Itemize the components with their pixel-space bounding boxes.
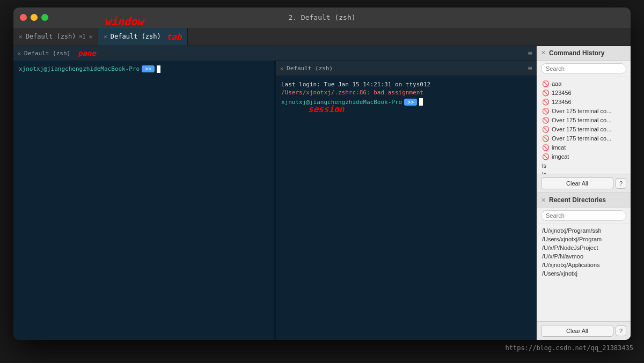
tab-2-label: Default (zsh) bbox=[111, 33, 161, 40]
left-prompt-arrow: >> bbox=[142, 65, 155, 72]
ban-icon: 🚫 bbox=[542, 153, 550, 160]
left-prompt: xjnotxj@jiangchengzhideMacBook-Pro >> bbox=[19, 65, 269, 73]
ban-icon: 🚫 bbox=[542, 90, 550, 97]
history-item-text: Over 175 terminal co... bbox=[552, 108, 611, 114]
tab-1[interactable]: ✕ Default (zsh) ⌘1 ✕ bbox=[13, 27, 98, 46]
history-list: 🚫 aaa 🚫 123456 🚫 123456 🚫 bbox=[537, 77, 631, 174]
session-annotation: session bbox=[308, 104, 344, 114]
window-title: 2. Default (zsh) bbox=[288, 13, 355, 21]
history-item-text: aaa bbox=[552, 80, 561, 87]
dir-item-3[interactable]: /U/x/P/N/avmoo bbox=[537, 252, 631, 261]
recent-dirs-clear-button[interactable]: Clear All bbox=[541, 325, 613, 337]
maximize-button[interactable] bbox=[41, 14, 48, 21]
tab-1-close[interactable]: ✕ bbox=[89, 33, 93, 40]
window-controls bbox=[20, 14, 48, 21]
tab-2[interactable]: ✕ Default (zsh) tab bbox=[98, 27, 187, 46]
error-line: /Users/xjnotxj/.zshrc:86: bad assignment bbox=[281, 89, 531, 96]
history-item-2[interactable]: 🚫 123456 bbox=[537, 98, 631, 107]
pane-tab-bar: ✕ Default (zsh) pane ≡ bbox=[13, 46, 537, 61]
right-pane-content: Last login: Tue Jan 15 14:21:31 on ttys0… bbox=[281, 80, 531, 106]
right-pane-close[interactable]: ✕ bbox=[280, 65, 283, 71]
dir-item-text: /Users/xjnotxj bbox=[542, 270, 577, 277]
history-help-button[interactable]: ? bbox=[616, 178, 626, 189]
pane-annotation: pane bbox=[78, 49, 96, 57]
dir-item-text: /U/x/P/NodeJsProject bbox=[542, 245, 598, 251]
ban-icon: 🚫 bbox=[542, 80, 550, 87]
terminal-section: ✕ Default (zsh) pane ≡ xjnotxj@jiangchen… bbox=[13, 46, 537, 340]
dir-item-text: /U/x/P/N/avmoo bbox=[542, 253, 583, 260]
ban-icon: 🚫 bbox=[542, 126, 550, 133]
recent-dirs-title: Recent Directories bbox=[549, 196, 626, 204]
ban-icon: 🚫 bbox=[542, 117, 550, 124]
tab-1-label: Default (zsh) bbox=[26, 33, 76, 40]
history-item-ls1[interactable]: ls bbox=[537, 161, 631, 170]
recent-dirs-close-icon[interactable]: ✕ bbox=[541, 197, 546, 204]
dir-item-5[interactable]: /Users/xjnotxj bbox=[537, 269, 631, 278]
tab-close-icon[interactable]: ✕ bbox=[19, 33, 23, 40]
ban-icon: 🚫 bbox=[542, 99, 550, 106]
history-item-text: 123456 bbox=[552, 99, 572, 105]
left-prompt-user: xjnotxj@jiangchengzhideMacBook-Pro bbox=[19, 65, 140, 72]
history-item-1[interactable]: 🚫 123456 bbox=[537, 88, 631, 98]
history-item-text: imcat bbox=[552, 144, 566, 151]
history-item-text: imgcat bbox=[552, 153, 569, 160]
right-pane[interactable]: ✕ Default (zsh) ≡ Last login: Tue Jan 15… bbox=[276, 61, 537, 340]
dir-item-text: /Users/xjnotxj/Program bbox=[542, 236, 602, 242]
recent-directories-section: ✕ Recent Directories /U/xjnotxj/Program/… bbox=[537, 193, 631, 340]
history-footer: Clear All ? bbox=[537, 174, 631, 192]
right-pane-tab-bar: ✕ Default (zsh) ≡ bbox=[276, 61, 537, 76]
dir-item-4[interactable]: /U/xjnotxj/Applications bbox=[537, 261, 631, 269]
history-item-4[interactable]: 🚫 Over 175 terminal co... bbox=[537, 116, 631, 125]
history-item-6[interactable]: 🚫 Over 175 terminal co... bbox=[537, 134, 631, 143]
history-item-text: ls bbox=[542, 162, 546, 169]
history-item-5[interactable]: 🚫 Over 175 terminal co... bbox=[537, 125, 631, 134]
history-item-text: Over 175 terminal co... bbox=[552, 117, 611, 123]
dir-item-text: /U/xjnotxj/Program/ssh bbox=[542, 227, 602, 234]
pane-close-icon[interactable]: ✕ bbox=[18, 50, 21, 56]
dir-item-text: /U/xjnotxj/Applications bbox=[542, 262, 600, 268]
pane-menu-icon[interactable]: ≡ bbox=[528, 49, 532, 57]
history-item-3[interactable]: 🚫 Over 175 terminal co... bbox=[537, 107, 631, 116]
history-search-input[interactable] bbox=[541, 63, 626, 74]
recent-dirs-search-container bbox=[537, 208, 631, 224]
history-item-imgcat[interactable]: 🚫 imgcat bbox=[537, 152, 631, 161]
main-area: ✕ Default (zsh) pane ≡ xjnotxj@jiangchen… bbox=[13, 46, 631, 340]
dir-item-1[interactable]: /Users/xjnotxj/Program bbox=[537, 235, 631, 243]
history-item-text: Over 175 terminal co... bbox=[552, 135, 611, 142]
history-item-text: 123456 bbox=[552, 90, 572, 96]
dir-item-2[interactable]: /U/x/P/NodeJsProject bbox=[537, 243, 631, 252]
recent-dirs-search-input[interactable] bbox=[541, 210, 626, 221]
terminal-window: 2. Default (zsh) ✕ Default (zsh) ⌘1 ✕ ✕ … bbox=[13, 8, 631, 340]
ban-icon: 🚫 bbox=[542, 144, 550, 151]
close-button[interactable] bbox=[20, 14, 27, 21]
history-item-imcat[interactable]: 🚫 imcat bbox=[537, 143, 631, 152]
footer-url: https://blog.csdn.net/qq_21383435 bbox=[0, 340, 644, 356]
right-pane-label: Default (zsh) bbox=[287, 65, 333, 72]
history-clear-button[interactable]: Clear All bbox=[541, 177, 613, 189]
recent-dirs-footer: Clear All ? bbox=[537, 321, 631, 340]
history-item-text: Over 175 terminal co... bbox=[552, 126, 611, 132]
tab-bar: ✕ Default (zsh) ⌘1 ✕ ✕ Default (zsh) tab bbox=[13, 28, 631, 46]
history-item-ls2[interactable]: ls bbox=[537, 170, 631, 174]
right-prompt-arrow: >> bbox=[404, 99, 417, 106]
login-line: Last login: Tue Jan 15 14:21:31 on ttys0… bbox=[281, 80, 531, 90]
command-history-section: ✕ Command History 🚫 aaa 🚫 123456 bbox=[537, 46, 631, 193]
history-close-icon[interactable]: ✕ bbox=[541, 49, 546, 56]
history-item-aaa[interactable]: 🚫 aaa bbox=[537, 79, 631, 88]
command-history-title: Command History bbox=[549, 49, 626, 57]
recent-dirs-list: /U/xjnotxj/Program/ssh /Users/xjnotxj/Pr… bbox=[537, 224, 631, 321]
left-cursor bbox=[157, 65, 160, 73]
ban-icon: 🚫 bbox=[542, 108, 550, 115]
tab-annotation: tab bbox=[166, 32, 182, 42]
command-history-header: ✕ Command History bbox=[537, 46, 631, 61]
tab-2-close-icon[interactable]: ✕ bbox=[104, 33, 107, 40]
right-cursor bbox=[419, 98, 423, 106]
right-pane-menu[interactable]: ≡ bbox=[528, 64, 532, 72]
tab-kbd: ⌘1 bbox=[79, 34, 86, 40]
recent-dirs-help-button[interactable]: ? bbox=[616, 325, 626, 336]
pane-tab-label: Default (zsh) bbox=[24, 50, 70, 57]
dir-item-0[interactable]: /U/xjnotxj/Program/ssh bbox=[537, 226, 631, 235]
history-search-container bbox=[537, 61, 631, 77]
left-pane[interactable]: xjnotxj@jiangchengzhideMacBook-Pro >> bbox=[13, 61, 274, 340]
minimize-button[interactable] bbox=[31, 14, 38, 21]
